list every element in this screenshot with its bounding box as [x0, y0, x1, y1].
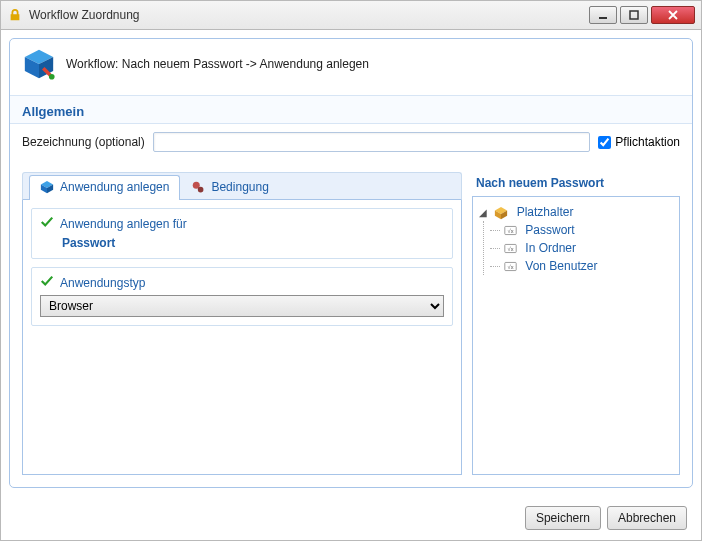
group-type: Anwendungstyp Browser [31, 267, 453, 326]
left-pane: Anwendung anlegen Bedingung [22, 172, 462, 475]
window-title: Workflow Zuordnung [29, 8, 589, 22]
tab-label-1: Bedingung [211, 180, 268, 194]
workflow-name: Nach neuem Passwort -> Anwendung anlegen [122, 57, 369, 71]
maximize-button[interactable] [620, 6, 648, 24]
svg-rect-1 [630, 11, 638, 19]
body-split: Anwendung anlegen Bedingung [10, 166, 692, 487]
tree-node-child[interactable]: √x In Ordner [502, 239, 675, 257]
workflow-header: Workflow: Nach neuem Passwort -> Anwendu… [10, 39, 692, 95]
svg-point-5 [49, 74, 55, 80]
var-icon: √x [502, 259, 518, 275]
workflow-header-text: Workflow: Nach neuem Passwort -> Anwendu… [66, 57, 369, 71]
box-icon [493, 205, 509, 221]
svg-point-10 [198, 187, 204, 193]
group-type-title: Anwendungstyp [60, 276, 145, 290]
check-icon [40, 215, 54, 232]
tree-node-root[interactable]: ◢ Platzhalter √x Passwort [477, 203, 675, 275]
svg-text:√x: √x [507, 246, 513, 252]
window-body: Workflow: Nach neuem Passwort -> Anwendu… [0, 30, 702, 541]
name-input[interactable] [153, 132, 591, 152]
type-select[interactable]: Browser [40, 295, 444, 317]
group-target: Anwendung anlegen für Passwort [31, 208, 453, 259]
save-button[interactable]: Speichern [525, 506, 601, 530]
close-button[interactable] [651, 6, 695, 24]
tab-bar: Anwendung anlegen Bedingung [22, 172, 462, 200]
workflow-cube-icon [22, 47, 56, 81]
tab-label-0: Anwendung anlegen [60, 180, 169, 194]
tree-child-label: Von Benutzer [525, 259, 597, 273]
svg-rect-0 [599, 17, 607, 19]
tree-child-label: Passwort [525, 223, 574, 237]
mandatory-checkbox[interactable] [598, 136, 611, 149]
gears-icon [191, 180, 205, 194]
lock-icon [7, 7, 23, 23]
mandatory-label: Pflichtaktion [615, 135, 680, 149]
footer-buttons: Speichern Abbrechen [525, 506, 687, 530]
title-bar: Workflow Zuordnung [0, 0, 702, 30]
window-controls [589, 6, 695, 24]
cube-small-icon [40, 180, 54, 194]
right-title: Nach neuem Passwort [472, 172, 680, 196]
mandatory-checkbox-wrapper[interactable]: Pflichtaktion [598, 135, 680, 149]
general-form-row: Bezeichnung (optional) Pflichtaktion [10, 124, 692, 166]
svg-text:√x: √x [507, 228, 513, 234]
tree-node-child[interactable]: √x Passwort [502, 221, 675, 239]
placeholder-tree[interactable]: ◢ Platzhalter √x Passwort [472, 196, 680, 475]
name-label: Bezeichnung (optional) [22, 135, 145, 149]
cancel-button[interactable]: Abbrechen [607, 506, 687, 530]
group-target-value: Passwort [62, 236, 444, 250]
tab-bedingung[interactable]: Bedingung [180, 175, 279, 200]
tree-root-label: Platzhalter [517, 205, 574, 219]
tree-child-label: In Ordner [525, 241, 576, 255]
minimize-button[interactable] [589, 6, 617, 24]
group-target-head: Anwendung anlegen für [40, 215, 444, 232]
svg-text:√x: √x [507, 264, 513, 270]
var-icon: √x [502, 241, 518, 257]
workflow-label: Workflow: [66, 57, 118, 71]
check-icon [40, 274, 54, 291]
tab-anwendung-anlegen[interactable]: Anwendung anlegen [29, 175, 180, 200]
tree-node-child[interactable]: √x Von Benutzer [502, 257, 675, 275]
section-general-title: Allgemein [10, 95, 692, 124]
main-panel: Workflow: Nach neuem Passwort -> Anwendu… [9, 38, 693, 488]
group-target-title: Anwendung anlegen für [60, 217, 187, 231]
tab-body: Anwendung anlegen für Passwort Anwendung… [22, 200, 462, 475]
var-icon: √x [502, 223, 518, 239]
group-type-head: Anwendungstyp [40, 274, 444, 291]
collapse-icon[interactable]: ◢ [477, 204, 488, 215]
right-pane: Nach neuem Passwort ◢ Platzhalter √x [472, 172, 680, 475]
